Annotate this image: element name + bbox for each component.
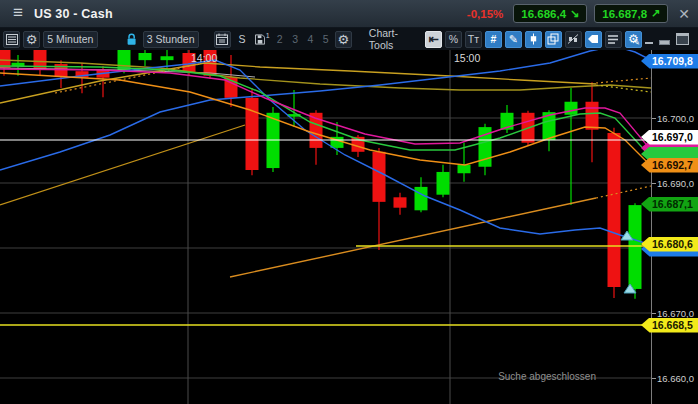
range-label: 3 Stunden [147,33,195,45]
y-axis-tick-label: 16.660,0 [657,373,694,384]
maximize-icon[interactable] [676,33,689,45]
snapshot-button[interactable]: S [234,31,251,48]
y-axis-tick-label: 16.690,0 [657,178,694,189]
sell-price-button[interactable]: 16.686,4 ↘ [513,4,587,23]
text-tool-label: Tт [468,33,479,45]
tag-orange-ma: 16.692,7 [641,158,698,173]
eraser-icon [587,33,599,45]
range-selector[interactable]: 3 Stunden [143,31,199,48]
layout-2-button[interactable]: 2 [274,33,286,45]
tick-mark [652,118,656,119]
candle-body [629,205,642,289]
calendar-button[interactable] [214,31,231,48]
candle-style-button[interactable] [525,31,542,48]
lock-button[interactable] [123,31,140,48]
grid-toggle-button[interactable]: # [485,31,502,48]
restore-icon[interactable] [659,40,670,45]
chart-tools-label: Chart-Tools [369,27,416,51]
back-button[interactable]: ⇤ [425,31,442,48]
lock-icon [126,33,137,46]
windows-icon [547,33,559,45]
list-icon [6,34,18,45]
tool-settings-button[interactable]: ⚙ ✎ [625,31,642,48]
price-axis[interactable]: 16.700,016.690,016.670,016.660,0 [651,50,698,404]
save-layout-1-button[interactable]: 1 [254,31,271,48]
candle-body [373,152,386,202]
tag-bid-price: 16.687,1 [641,197,698,212]
percent-scale-button[interactable]: % [445,31,462,48]
title-bar: ≡ US 30 - Cash -0,15% 16.686,4 ↘ 16.687,… [0,0,698,28]
layers-button[interactable] [605,31,622,48]
candle-body [586,102,599,130]
eraser-button[interactable] [585,31,602,48]
gear-icon: ⚙ [337,32,349,47]
candle-body [161,56,174,60]
candle-body [394,197,407,207]
settings-button[interactable]: ⚙ [23,31,40,48]
tick-mark [652,313,656,314]
candle-body [458,165,471,173]
chart-area[interactable]: 14:0015:00 Suche abgeschlossen [0,50,651,404]
gold-trendline-left [0,125,245,205]
candle-body [565,102,578,115]
minimize-icon[interactable] [645,42,653,44]
window-controls [645,33,689,45]
tag-support: 16.680,6 [641,237,698,252]
y-axis-tick-label: 16.700,0 [657,113,694,124]
pattern-recognition-button[interactable] [565,31,582,48]
buy-arrow-icon: ↗ [651,7,660,20]
trading-window: ≡ US 30 - Cash -0,15% 16.686,4 ↘ 16.687,… [0,0,698,404]
watchlist-button[interactable] [3,31,20,48]
tag-current-price: 16.697,0 [641,130,698,145]
candlestick-icon [528,33,539,45]
tick-mark [652,378,656,379]
chart-toolbar: ⚙ 5 Minuten 3 Stunden S 1 2 3 4 5 ⚙ Char… [0,28,698,50]
orange-rising-trendline-dotted [596,186,651,198]
close-icon[interactable]: ✕ [678,6,690,22]
hamburger-menu-icon[interactable]: ≡ [13,3,23,23]
save-icon [255,34,265,45]
candle-body [0,50,11,68]
candlestick-chart [0,50,651,404]
tag-upper-band: 16.709,8 [641,54,698,69]
buy-price-button[interactable]: 16.687,8 ↗ [594,4,668,23]
candle-trend-icon [567,33,579,45]
sell-price: 16.686,4 [521,8,566,20]
grid-icon: # [491,33,497,45]
timeframe-selector[interactable]: 5 Minuten [43,31,98,48]
gear-icon: ⚙ [26,32,38,47]
timeframe-label: 5 Minuten [47,33,93,45]
chart-settings-button[interactable]: ⚙ [335,31,352,48]
orange-rising-trendline [230,198,596,277]
change-percent: -0,15% [467,8,503,20]
candle-body [415,187,428,210]
tag-pivot: 16.668,5 [641,318,698,333]
candle-body [608,133,621,287]
sell-arrow-icon: ↘ [570,7,579,20]
text-tool-button[interactable]: Tт [465,31,482,48]
blue-upper-band [0,50,651,170]
pen-icon: ✎ [633,38,640,47]
instrument-title: US 30 - Cash [34,7,113,21]
candle-body [437,172,450,195]
layers-icon [607,33,619,45]
draw-tool-button[interactable]: ✎ [505,31,522,48]
s-label: S [239,33,246,45]
buy-price: 16.687,8 [602,8,647,20]
back-arrow-icon: ⇤ [428,32,438,46]
percent-label: % [449,33,458,45]
orange-dotted-right [596,78,651,83]
calendar-icon [216,33,228,45]
y-axis-tick-label: 16.670,0 [657,308,694,319]
candle-body [139,53,152,60]
multi-window-button[interactable] [545,31,562,48]
layout-4-button[interactable]: 4 [304,33,316,45]
pen-icon: ✎ [509,33,518,46]
tick-mark [652,183,656,184]
layout-3-button[interactable]: 3 [289,33,301,45]
layout-5-button[interactable]: 5 [320,33,332,45]
candle-body [183,53,196,72]
save-slot-number: 1 [266,32,270,39]
